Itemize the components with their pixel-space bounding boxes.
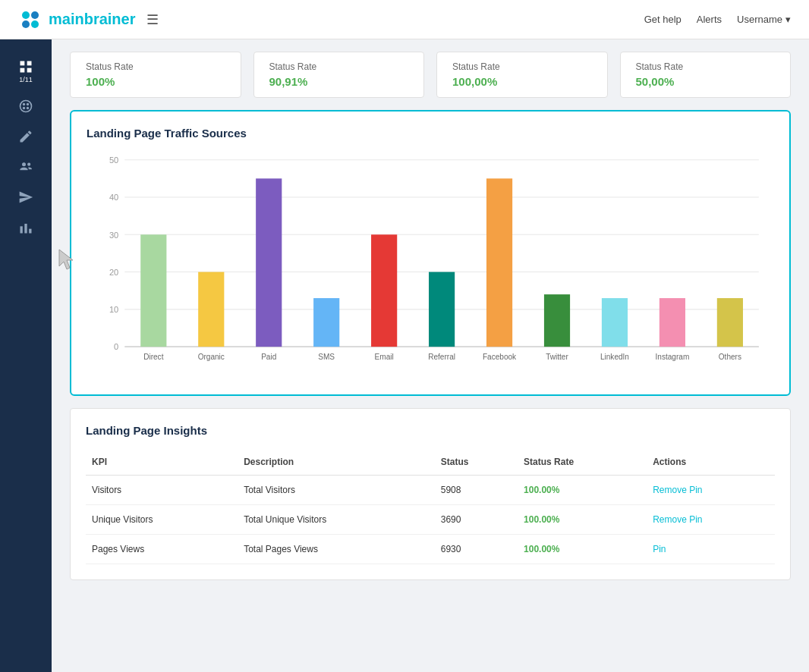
sidebar-item-grid[interactable]: 1/11 (0, 52, 52, 91)
table-row: Unique Visitors Total Unique Visitors 36… (86, 505, 775, 535)
svg-point-10 (27, 103, 29, 105)
insights-section: Landing Page Insights KPIDescriptionStat… (70, 408, 791, 580)
svg-point-12 (27, 107, 29, 109)
sidebar-item-users[interactable] (0, 152, 52, 182)
svg-text:Instagram: Instagram (656, 353, 690, 361)
send-icon (18, 190, 33, 205)
svg-rect-52 (717, 298, 743, 347)
user-menu[interactable]: Username ▾ (737, 14, 791, 25)
svg-rect-6 (20, 68, 25, 73)
status-card-value: 90,91% (269, 75, 409, 88)
svg-text:Direct: Direct (143, 353, 163, 361)
logo: mainbrainer (18, 8, 136, 32)
status-cell: 6930 (435, 535, 518, 564)
status-card-label: Status Rate (86, 61, 225, 72)
table-header: Description (238, 449, 435, 476)
get-help-link[interactable]: Get help (644, 14, 682, 25)
insights-table: KPIDescriptionStatusStatus RateActions V… (86, 449, 775, 564)
status-card: Status Rate 100% (70, 52, 241, 98)
logo-text: mainbrainer (49, 11, 136, 28)
svg-point-0 (22, 11, 30, 19)
svg-rect-38 (313, 298, 339, 347)
status-cell: 5908 (435, 476, 518, 505)
svg-text:SMS: SMS (318, 353, 335, 361)
action-cell[interactable]: Remove Pin (647, 476, 775, 505)
table-header: KPI (86, 449, 238, 476)
layout: 1/11 (0, 39, 809, 592)
action-cell[interactable]: Remove Pin (647, 505, 775, 535)
description-cell: Total Pages Views (238, 535, 435, 564)
status-card-value: 50,00% (636, 75, 776, 88)
table-header: Status (435, 449, 518, 476)
status-card-label: Status Rate (269, 61, 409, 72)
svg-point-8 (20, 101, 32, 112)
rate-cell: 100.00% (518, 476, 647, 505)
chart-container: 01020304050DirectOrganicPaidSMSEmailRefe… (87, 152, 774, 379)
action-link[interactable]: Remove Pin (653, 514, 702, 525)
bar-chart-icon (18, 220, 33, 235)
sidebar-item-edit[interactable] (0, 121, 52, 152)
status-card: Status Rate 90,91% (253, 52, 425, 98)
insights-title: Landing Page Insights (86, 424, 775, 437)
status-cards-row: Status Rate 100% Status Rate 90,91% Stat… (70, 52, 791, 98)
palette-icon (18, 99, 33, 114)
svg-point-3 (31, 20, 39, 28)
status-card-label: Status Rate (452, 61, 592, 72)
svg-text:Email: Email (375, 353, 394, 361)
action-link[interactable]: Pin (653, 544, 666, 554)
header-left: mainbrainer ☰ (18, 8, 159, 32)
svg-point-11 (23, 107, 25, 109)
svg-text:30: 30 (109, 230, 118, 239)
svg-point-14 (27, 163, 30, 166)
svg-rect-4 (20, 61, 25, 66)
status-card-value: 100% (86, 75, 225, 88)
svg-rect-48 (602, 298, 628, 347)
svg-rect-16 (24, 224, 27, 234)
bar-chart-svg: 01020304050DirectOrganicPaidSMSEmailRefe… (87, 152, 774, 379)
table-row: Pages Views Total Pages Views 6930 100.0… (86, 535, 775, 564)
logo-icon (18, 8, 42, 32)
svg-point-13 (22, 162, 26, 166)
header-right: Get help Alerts Username ▾ (644, 14, 791, 25)
svg-rect-5 (27, 61, 32, 66)
svg-text:10: 10 (109, 305, 118, 314)
svg-marker-18 (59, 250, 73, 269)
table-header: Actions (647, 449, 775, 476)
svg-text:Paid: Paid (261, 353, 276, 361)
svg-text:LinkedIn: LinkedIn (600, 353, 629, 361)
status-card-value: 100,00% (452, 75, 592, 88)
hamburger-menu[interactable]: ☰ (146, 11, 159, 28)
svg-text:Facebook: Facebook (483, 353, 517, 361)
alerts-link[interactable]: Alerts (697, 14, 722, 25)
description-cell: Total Visitors (238, 476, 435, 505)
page-indicator: 1/11 (19, 76, 33, 83)
edit-icon (18, 129, 33, 144)
rate-cell: 100.00% (518, 505, 647, 535)
sidebar-item-send[interactable] (0, 182, 52, 212)
status-card: Status Rate 50,00% (620, 52, 792, 98)
kpi-cell: Visitors (86, 476, 238, 505)
sidebar-item-analytics[interactable] (0, 212, 52, 243)
svg-rect-42 (429, 272, 455, 347)
svg-rect-46 (544, 294, 570, 347)
svg-rect-7 (27, 68, 32, 73)
table-row: Visitors Total Visitors 5908 100.00% Rem… (86, 476, 775, 505)
grid-icon (18, 59, 33, 74)
svg-point-1 (31, 11, 39, 19)
svg-text:Twitter: Twitter (546, 353, 568, 361)
svg-rect-36 (256, 178, 282, 347)
svg-rect-32 (140, 234, 166, 347)
svg-rect-44 (486, 178, 512, 347)
users-icon (18, 159, 33, 174)
action-cell[interactable]: Pin (647, 535, 775, 564)
chart-title: Landing Page Traffic Sources (87, 127, 774, 140)
svg-point-9 (23, 103, 25, 105)
kpi-cell: Pages Views (86, 535, 238, 564)
kpi-cell: Unique Visitors (86, 505, 238, 535)
sidebar-item-palette[interactable] (0, 91, 52, 121)
svg-rect-50 (659, 298, 685, 347)
svg-text:Organic: Organic (198, 353, 225, 361)
svg-rect-15 (20, 226, 23, 233)
svg-text:Referral: Referral (428, 353, 455, 361)
action-link[interactable]: Remove Pin (653, 485, 702, 495)
